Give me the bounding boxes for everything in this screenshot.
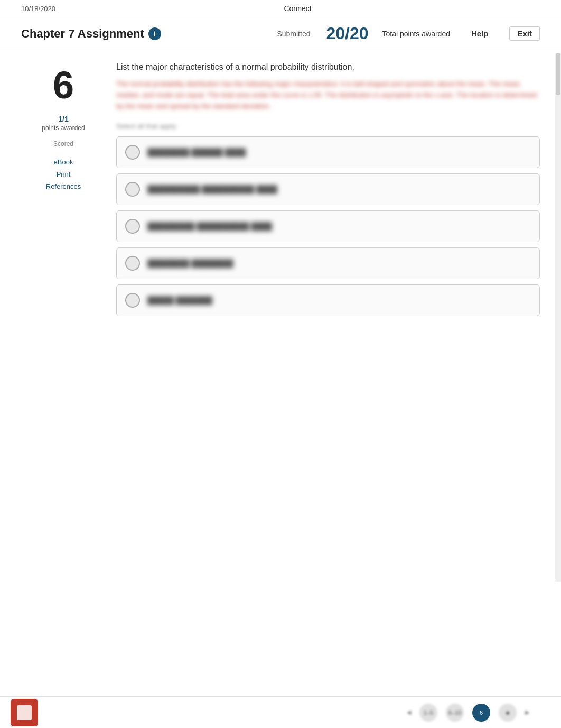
scrollbar-track[interactable] [555, 53, 561, 582]
title-text: Chapter 7 Assignment [21, 27, 144, 41]
total-points-label: Total points awarded [382, 30, 450, 38]
option-text-1: ████████ ██████ ████ [147, 148, 531, 156]
answer-option-5[interactable]: █████ ███████ [116, 284, 540, 316]
main-content: 6 1/1 points awarded Scored eBook Print … [0, 50, 561, 327]
nav-item-4[interactable]: ■ [499, 704, 517, 722]
assignment-title: Chapter 7 Assignment i [21, 27, 161, 41]
bottom-logo-block [11, 699, 38, 726]
question-sidebar: 6 1/1 points awarded Scored eBook Print … [21, 61, 106, 316]
answer-text-blurred: The normal probability distribution has … [116, 79, 540, 112]
top-bar: 10/18/2020 Connect [0, 0, 561, 17]
help-button[interactable]: Help [471, 29, 489, 38]
score-display: 20/20 [326, 24, 368, 43]
info-icon[interactable]: i [148, 27, 161, 40]
header: Chapter 7 Assignment i Submitted 20/20 T… [0, 17, 561, 50]
question-area: List the major characteristics of a norm… [106, 61, 540, 316]
scored-badge: Scored [53, 140, 73, 148]
sidebar-links: eBook Print References [46, 158, 81, 190]
scrollbar-thumb[interactable] [556, 53, 560, 95]
references-link[interactable]: References [46, 182, 81, 190]
logo-inner [17, 705, 32, 720]
ebook-link[interactable]: eBook [54, 158, 73, 166]
radio-1[interactable] [125, 145, 140, 160]
radio-5[interactable] [125, 293, 140, 308]
option-text-2: ██████████ ██████████ ████ [147, 185, 531, 193]
option-text-4: ████████ ████████ [147, 259, 531, 268]
points-label: points awarded [42, 124, 85, 132]
radio-2[interactable] [125, 182, 140, 197]
question-text: List the major characteristics of a norm… [116, 61, 540, 73]
option-text-5: █████ ███████ [147, 296, 531, 305]
question-number: 6 [53, 66, 74, 104]
answer-option-4[interactable]: ████████ ████████ [116, 247, 540, 279]
radio-4[interactable] [125, 256, 140, 271]
print-link[interactable]: Print [57, 170, 71, 178]
points-fraction: 1/1 [58, 115, 68, 123]
nav-label-2: ▶ [525, 709, 529, 716]
answer-option-1[interactable]: ████████ ██████ ████ [116, 136, 540, 168]
nav-label-1: ◀ [407, 709, 411, 716]
option-text-3: █████████ ██████████ ████ [147, 222, 531, 231]
bottom-toolbar: ◀ 1–5 6–10 6 ■ ▶ [0, 696, 561, 728]
nav-item-2[interactable]: 6–10 [446, 704, 464, 722]
nav-item-current[interactable]: 6 [472, 704, 490, 722]
exit-button[interactable]: Exit [509, 26, 540, 41]
submission-status: Submitted [277, 30, 310, 38]
answer-option-3[interactable]: █████████ ██████████ ████ [116, 210, 540, 242]
select-all-label: Select all that apply: [116, 122, 540, 130]
answer-options: ████████ ██████ ████ ██████████ ████████… [116, 136, 540, 316]
nav-item-1[interactable]: 1–5 [419, 704, 437, 722]
answer-option-2[interactable]: ██████████ ██████████ ████ [116, 173, 540, 205]
radio-3[interactable] [125, 219, 140, 234]
bottom-nav: ◀ 1–5 6–10 6 ■ ▶ [407, 704, 529, 722]
connect-label: Connect [284, 4, 311, 13]
date-label: 10/18/2020 [21, 5, 55, 13]
